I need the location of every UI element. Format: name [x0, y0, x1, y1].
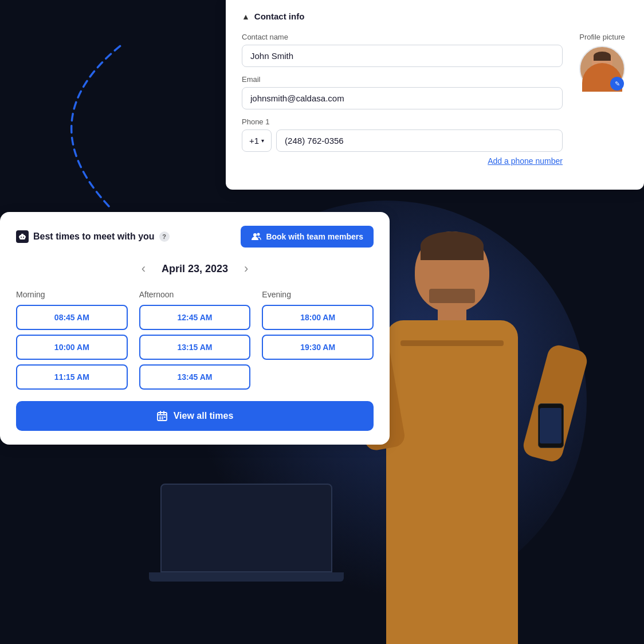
prev-date-button[interactable]: ‹ — [137, 259, 150, 278]
next-icon: › — [244, 261, 248, 276]
prev-icon: ‹ — [142, 261, 146, 276]
contact-name-input[interactable] — [242, 45, 563, 67]
time-slot-1115[interactable]: 11:15 AM — [16, 364, 128, 390]
contact-info-title: Contact info — [254, 11, 305, 21]
svg-rect-5 — [25, 236, 26, 238]
svg-point-2 — [21, 237, 22, 238]
profile-pic-wrapper: ✎ — [579, 46, 625, 92]
email-input[interactable] — [242, 87, 563, 109]
next-date-button[interactable]: › — [239, 259, 253, 278]
contact-name-label: Contact name — [242, 33, 563, 41]
profile-edit-button[interactable]: ✎ — [610, 77, 624, 91]
phone-row: +1 ▾ — [242, 129, 563, 152]
evening-column: Evening 18:00 AM 19:30 AM — [262, 290, 374, 390]
svg-rect-13 — [162, 417, 163, 418]
time-slot-1315[interactable]: 13:15 AM — [139, 335, 251, 360]
email-group: Email — [242, 75, 563, 109]
calendar-icon — [156, 410, 168, 422]
contact-fields: Contact name Email Phone 1 +1 ▾ Add a ph… — [242, 33, 563, 174]
book-team-members-button[interactable]: Book with team members — [241, 226, 374, 248]
time-columns: Morning 08:45 AM 10:00 AM 11:15 AM After… — [16, 290, 374, 390]
time-slot-1800[interactable]: 18:00 AM — [262, 305, 374, 330]
svg-point-6 — [253, 233, 257, 237]
view-all-times-button[interactable]: View all times — [16, 401, 374, 431]
svg-rect-16 — [162, 418, 163, 419]
country-code-selector[interactable]: +1 ▾ — [242, 129, 272, 152]
svg-rect-1 — [21, 234, 23, 235]
current-date: April 23, 2023 — [162, 263, 228, 275]
time-slot-1930[interactable]: 19:30 AM — [262, 335, 374, 360]
morning-label: Morning — [16, 290, 128, 299]
date-navigation: ‹ April 23, 2023 › — [16, 259, 374, 278]
time-slot-1345[interactable]: 13:45 AM — [139, 364, 251, 390]
svg-point-7 — [257, 233, 260, 236]
times-title: Best times to meet with you ? — [16, 230, 170, 243]
time-slot-1245[interactable]: 12:45 AM — [139, 305, 251, 330]
add-phone-link[interactable]: Add a phone number — [242, 156, 563, 166]
phone-group: Phone 1 +1 ▾ Add a phone number — [242, 117, 563, 166]
svg-rect-0 — [19, 235, 25, 239]
time-slot-1000[interactable]: 10:00 AM — [16, 335, 128, 360]
email-label: Email — [242, 75, 563, 84]
contact-name-group: Contact name — [242, 33, 563, 67]
book-team-label: Book with team members — [266, 232, 363, 241]
contact-info-card: ▲ Contact info Contact name Email Phone … — [226, 0, 644, 190]
country-dropdown-icon: ▾ — [261, 138, 264, 144]
profile-picture-area: Profile picture ✎ — [576, 33, 628, 174]
profile-pic-label: Profile picture — [579, 33, 625, 41]
best-times-card: Best times to meet with you ? Book with … — [0, 212, 390, 445]
chevron-up-icon: ▲ — [242, 12, 250, 21]
svg-rect-12 — [159, 417, 161, 418]
help-icon[interactable]: ? — [159, 231, 170, 242]
times-section-title: Best times to meet with you — [33, 231, 155, 242]
evening-label: Evening — [262, 290, 374, 299]
afternoon-column: Afternoon 12:45 AM 13:15 AM 13:45 AM — [139, 290, 251, 390]
phone-label: Phone 1 — [242, 117, 563, 126]
times-card-header: Best times to meet with you ? Book with … — [16, 226, 374, 248]
country-code-value: +1 — [249, 136, 259, 146]
svg-point-3 — [23, 237, 24, 238]
edit-icon: ✎ — [615, 80, 620, 88]
team-icon — [251, 231, 261, 242]
view-all-label: View all times — [174, 411, 234, 421]
svg-rect-15 — [159, 418, 161, 419]
morning-column: Morning 08:45 AM 10:00 AM 11:15 AM — [16, 290, 128, 390]
svg-rect-4 — [19, 236, 20, 238]
phone-number-input[interactable] — [276, 129, 563, 152]
contact-card-header: ▲ Contact info — [242, 11, 628, 21]
bot-icon — [16, 230, 29, 243]
time-slot-0845[interactable]: 08:45 AM — [16, 305, 128, 330]
afternoon-label: Afternoon — [139, 290, 251, 299]
svg-rect-14 — [164, 417, 166, 418]
